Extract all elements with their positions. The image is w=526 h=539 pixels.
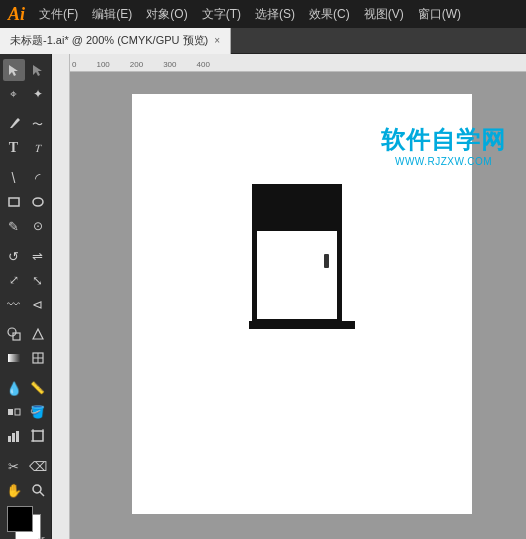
svg-rect-11 xyxy=(8,409,13,415)
app-logo: Ai xyxy=(8,4,25,25)
graph-tools xyxy=(3,425,49,447)
reflect-tool[interactable]: ⇌ xyxy=(27,245,49,267)
arc-tool[interactable]: ◜ xyxy=(27,167,49,189)
warp-tool[interactable]: 〰 xyxy=(3,293,25,315)
ruler-tick: 300 xyxy=(163,60,176,69)
menu-bar: 文件(F) 编辑(E) 对象(O) 文字(T) 选择(S) 效果(C) 视图(V… xyxy=(33,4,518,25)
watermark: 软件自学网 WWW.RJZXW.COM xyxy=(381,124,506,167)
watermark-url: WWW.RJZXW.COM xyxy=(381,156,506,167)
view-tools: ✋ xyxy=(3,479,49,501)
eraser-tool[interactable]: ⌫ xyxy=(27,455,49,477)
left-toolbar: ⌖ ✦ 〜 T 𝑇 \ xyxy=(0,54,52,539)
ellipse-tool[interactable] xyxy=(27,191,49,213)
svg-point-3 xyxy=(33,198,43,206)
brush-tools: ✎ ⊙ xyxy=(3,215,49,237)
svg-marker-0 xyxy=(9,65,18,76)
ruler-horizontal: 0 100 200 300 400 xyxy=(52,54,526,72)
width-tool[interactable]: ⊲ xyxy=(27,293,49,315)
zoom-tool[interactable] xyxy=(27,479,49,501)
title-bar: Ai 文件(F) 编辑(E) 对象(O) 文字(T) 选择(S) 效果(C) 视… xyxy=(0,0,526,28)
warp-tools: 〰 ⊲ xyxy=(3,293,49,315)
distort-tools: ⤢ ⤡ xyxy=(3,269,49,291)
menu-edit[interactable]: 编辑(E) xyxy=(86,4,138,25)
tab-bar: 未标题-1.ai* @ 200% (CMYK/GPU 预览) × xyxy=(0,28,526,54)
gradient-tool[interactable] xyxy=(3,347,25,369)
perspective-grid-tool[interactable] xyxy=(27,323,49,345)
color-swatches[interactable]: ↺ xyxy=(7,506,45,539)
svg-rect-14 xyxy=(12,433,15,442)
hand-tool[interactable]: ✋ xyxy=(3,479,25,501)
door-top-panel xyxy=(257,189,337,231)
svg-rect-2 xyxy=(9,198,19,206)
pen-tools: 〜 xyxy=(3,113,49,135)
menu-effect[interactable]: 效果(C) xyxy=(303,4,356,25)
ruler-vertical xyxy=(52,54,70,539)
mesh-tool[interactable] xyxy=(27,347,49,369)
measure-tool[interactable]: 📏 xyxy=(27,377,49,399)
direct-select-tool[interactable] xyxy=(27,59,49,81)
shape-tools xyxy=(3,191,49,213)
ruler-tick: 200 xyxy=(130,60,143,69)
svg-rect-7 xyxy=(8,354,20,362)
canvas-area: 0 100 200 300 400 软件自学网 WWW.RJZXW.COM xyxy=(52,54,526,539)
curvature-tool[interactable]: 〜 xyxy=(27,113,49,135)
blend-tools: 🪣 xyxy=(3,401,49,423)
ruler-tick: 100 xyxy=(96,60,109,69)
reset-colors-icon[interactable]: ↺ xyxy=(37,535,45,539)
main-area: ⌖ ✦ 〜 T 𝑇 \ xyxy=(0,54,526,539)
paintbrush-tool[interactable]: ✎ xyxy=(3,215,25,237)
type-tools: T 𝑇 xyxy=(3,137,49,159)
touch-type-tool[interactable]: 𝑇 xyxy=(27,137,49,159)
line-tools: \ ◜ xyxy=(3,167,49,189)
menu-select[interactable]: 选择(S) xyxy=(249,4,301,25)
svg-rect-15 xyxy=(16,431,19,442)
type-tool[interactable]: T xyxy=(3,137,25,159)
menu-object[interactable]: 对象(O) xyxy=(140,4,193,25)
blob-brush-tool[interactable]: ⊙ xyxy=(27,215,49,237)
menu-window[interactable]: 窗口(W) xyxy=(412,4,467,25)
builder-tools xyxy=(3,323,49,345)
foreground-color-swatch[interactable] xyxy=(7,506,33,532)
svg-rect-12 xyxy=(15,409,20,415)
column-graph-tool[interactable] xyxy=(3,425,25,447)
blend-tool[interactable] xyxy=(3,401,25,423)
ruler-tick: 400 xyxy=(197,60,210,69)
ruler-tick: 0 xyxy=(72,60,76,69)
eyedropper-tools: 💧 📏 xyxy=(3,377,49,399)
svg-point-4 xyxy=(8,328,16,336)
pen-tool[interactable] xyxy=(3,113,25,135)
door-handle xyxy=(324,254,329,268)
shape-builder-tool[interactable] xyxy=(3,323,25,345)
gradient-tools xyxy=(3,347,49,369)
line-segment-tool[interactable]: \ xyxy=(3,167,25,189)
eyedropper-tool[interactable]: 💧 xyxy=(3,377,25,399)
svg-point-21 xyxy=(33,485,41,493)
door-illustration xyxy=(252,184,342,324)
menu-view[interactable]: 视图(V) xyxy=(358,4,410,25)
shear-tool[interactable]: ⤡ xyxy=(27,269,49,291)
rotate-tool[interactable]: ↺ xyxy=(3,245,25,267)
document-tab[interactable]: 未标题-1.ai* @ 200% (CMYK/GPU 预览) × xyxy=(0,28,231,54)
door-body xyxy=(252,184,342,324)
magic-wand-tool[interactable]: ✦ xyxy=(27,83,49,105)
transform-tools: ↺ ⇌ xyxy=(3,245,49,267)
rect-tool[interactable] xyxy=(3,191,25,213)
live-paint-bucket[interactable]: 🪣 xyxy=(27,401,49,423)
watermark-title: 软件自学网 xyxy=(381,124,506,156)
svg-rect-5 xyxy=(13,333,20,340)
artboard-tool[interactable] xyxy=(27,425,49,447)
tab-label: 未标题-1.ai* @ 200% (CMYK/GPU 预览) xyxy=(10,33,208,48)
svg-marker-1 xyxy=(33,65,42,76)
slice-tools: ✂ ⌫ xyxy=(3,455,49,477)
slice-tool[interactable]: ✂ xyxy=(3,455,25,477)
menu-file[interactable]: 文件(F) xyxy=(33,4,84,25)
scale-tool[interactable]: ⤢ xyxy=(3,269,25,291)
tab-close-button[interactable]: × xyxy=(214,35,220,46)
lasso-tool[interactable]: ⌖ xyxy=(3,83,25,105)
door-base xyxy=(249,321,355,329)
menu-type[interactable]: 文字(T) xyxy=(196,4,247,25)
svg-marker-6 xyxy=(33,329,43,339)
svg-rect-13 xyxy=(8,436,11,442)
select-tool[interactable] xyxy=(3,59,25,81)
svg-rect-16 xyxy=(33,431,43,441)
